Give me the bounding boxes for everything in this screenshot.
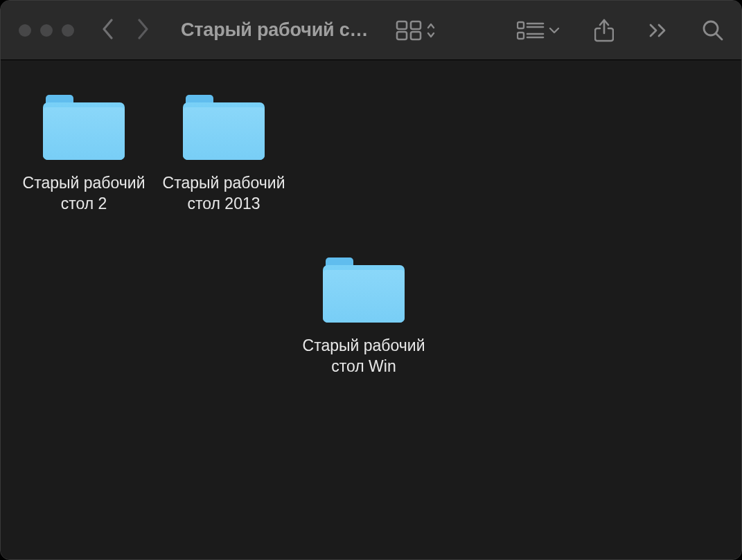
close-button[interactable] — [19, 24, 31, 37]
search-icon — [703, 20, 723, 41]
chevron-double-right-icon — [648, 24, 668, 37]
nav-buttons — [102, 19, 149, 42]
more-button[interactable] — [648, 24, 668, 37]
folder-label: Старый рабочий стол 2 — [15, 172, 153, 214]
svg-rect-3 — [411, 32, 421, 39]
folder-item[interactable]: Старый рабочий стол 2013 — [153, 95, 294, 214]
svg-rect-0 — [397, 21, 407, 29]
view-mode-button[interactable] — [396, 20, 436, 41]
svg-rect-4 — [518, 22, 524, 28]
folder-icon — [323, 258, 405, 323]
folder-icon — [43, 95, 125, 160]
content-area[interactable]: Старый рабочий стол 2 Старый рабочий сто… — [1, 60, 741, 559]
folder-item[interactable]: Старый рабочий стол Win — [293, 258, 434, 377]
window-controls — [19, 24, 74, 37]
svg-point-11 — [704, 21, 718, 35]
finder-window: Старый рабочий с… — [0, 0, 742, 560]
minimize-button[interactable] — [40, 24, 53, 37]
svg-rect-5 — [518, 33, 524, 39]
share-button[interactable] — [594, 18, 614, 43]
back-button[interactable] — [102, 19, 116, 42]
chevron-down-icon — [549, 26, 560, 35]
zoom-button[interactable] — [62, 24, 74, 37]
svg-line-12 — [716, 34, 722, 39]
chevron-updown-icon — [426, 21, 436, 39]
toolbar-right — [517, 18, 723, 43]
folder-label: Старый рабочий стол Win — [294, 335, 433, 377]
folder-label: Старый рабочий стол 2013 — [154, 172, 293, 214]
titlebar: Старый рабочий с… — [1, 1, 741, 60]
folder-item[interactable]: Старый рабочий стол 2 — [13, 95, 154, 214]
forward-button[interactable] — [135, 19, 149, 42]
svg-rect-1 — [411, 21, 421, 29]
folder-icon — [183, 95, 265, 160]
window-title: Старый рабочий с… — [181, 19, 368, 41]
group-button[interactable] — [517, 21, 560, 40]
search-button[interactable] — [703, 20, 723, 41]
svg-rect-2 — [397, 32, 407, 39]
